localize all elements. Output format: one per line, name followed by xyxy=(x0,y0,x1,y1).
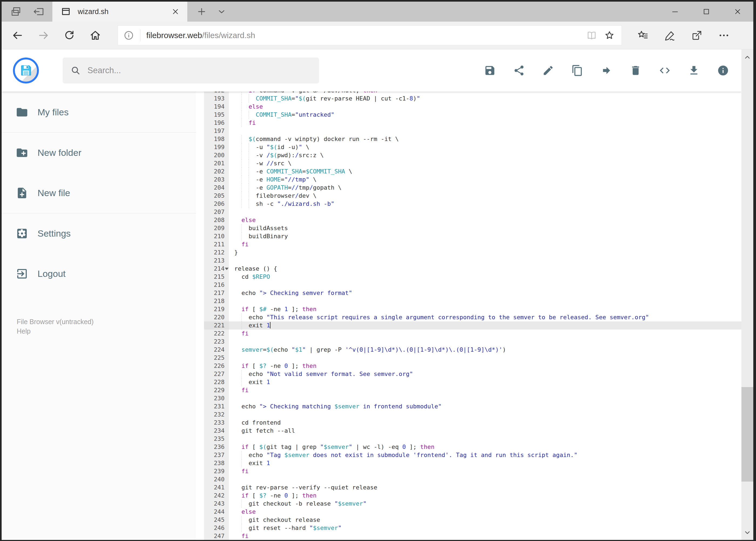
code-line[interactable]: if [ $? -ne 0 ]; then xyxy=(229,362,741,370)
code-line[interactable] xyxy=(229,208,741,216)
new-tab-button[interactable] xyxy=(196,6,207,17)
code-line[interactable] xyxy=(229,354,741,362)
site-info-icon[interactable] xyxy=(124,30,134,41)
code-line[interactable]: if [ $# -ne 1 ]; then xyxy=(229,305,741,313)
code-line[interactable]: echo "> Checking matching $semver in fro… xyxy=(229,402,741,410)
sidebar-item-logout[interactable]: Logout xyxy=(2,254,196,294)
code-line[interactable]: sh -c "./wizard.sh -b" xyxy=(229,200,741,208)
code-line[interactable]: fi xyxy=(229,119,741,127)
code-line[interactable]: else xyxy=(229,216,741,224)
code-line[interactable]: buildBinary xyxy=(229,232,741,241)
more-icon[interactable] xyxy=(718,29,730,41)
code-line[interactable]: COMMIT_SHA="$(git rev-parse HEAD | cut -… xyxy=(229,95,741,103)
code-editor[interactable]: 192 if command -v git &> /dev/null; then… xyxy=(196,92,741,540)
code-line[interactable]: exit 1 xyxy=(229,378,741,386)
favorite-star-icon[interactable] xyxy=(604,30,615,41)
code-view-button[interactable] xyxy=(659,65,671,76)
code-line[interactable]: echo "This release script requires a sin… xyxy=(229,313,741,321)
search-input[interactable] xyxy=(87,65,277,76)
copy-button[interactable] xyxy=(571,65,583,76)
reading-view-icon[interactable] xyxy=(586,30,597,41)
save-button[interactable] xyxy=(484,65,496,76)
delete-button[interactable] xyxy=(630,65,641,76)
sidebar-item-new-folder[interactable]: New folder xyxy=(2,133,196,173)
code-line[interactable]: COMMIT_SHA="untracked" xyxy=(229,111,741,119)
code-line[interactable]: if [ $? -ne 0 ]; then xyxy=(229,492,741,500)
sidebar-item-new-file[interactable]: New file xyxy=(2,173,196,213)
scroll-up-icon[interactable] xyxy=(743,53,752,62)
code-line[interactable]: git reset --hard "$semver" xyxy=(229,524,741,532)
search-bar[interactable] xyxy=(63,58,319,84)
maximize-button[interactable] xyxy=(691,2,722,22)
code-line[interactable] xyxy=(229,435,741,443)
code-line[interactable] xyxy=(229,475,741,483)
code-line[interactable]: cd frontend xyxy=(229,419,741,427)
code-line[interactable]: -e HOME="//tmp" \ xyxy=(229,176,741,184)
code-line[interactable]: git checkout release xyxy=(229,516,741,524)
code-line[interactable]: fi xyxy=(229,386,741,394)
code-line[interactable]: fi xyxy=(229,329,741,337)
code-line[interactable]: fi xyxy=(229,241,741,249)
scroll-down-icon[interactable] xyxy=(743,528,752,537)
favorites-hub-icon[interactable] xyxy=(637,29,649,41)
code-line[interactable]: fi xyxy=(229,532,741,540)
code-line[interactable]: semver=$(echo "$1" | grep -P '^v(0|[1-9]… xyxy=(229,346,741,354)
code-line[interactable]: else xyxy=(229,103,741,111)
edit-button[interactable] xyxy=(542,65,554,76)
url-text[interactable]: filebrowser.web/files/wizard.sh xyxy=(146,31,586,40)
tab-wizard-sh[interactable]: wizard.sh xyxy=(52,2,187,22)
forward-icon[interactable] xyxy=(37,29,50,42)
code-line[interactable]: git checkout -b release "$semver" xyxy=(229,500,741,508)
download-button[interactable] xyxy=(688,65,700,76)
code-line[interactable]: exit 1 xyxy=(229,321,741,329)
filebrowser-logo[interactable] xyxy=(13,58,39,84)
share-icon[interactable] xyxy=(691,29,703,41)
web-note-icon[interactable] xyxy=(664,29,676,41)
code-line[interactable]: if command -v git &> /dev/null; then xyxy=(229,92,741,95)
code-line[interactable]: -v /$(pwd):/src:z \ xyxy=(229,151,741,159)
code-line[interactable] xyxy=(229,297,741,305)
code-line[interactable]: -u "$(id -u)" \ xyxy=(229,143,741,151)
set-tabs-aside-icon[interactable] xyxy=(32,5,45,18)
code-line[interactable]: -e COMMIT_SHA=$COMMIT_SHA \ xyxy=(229,168,741,176)
sidebar-item-my-files[interactable]: My files xyxy=(2,92,196,132)
code-line[interactable] xyxy=(229,127,741,135)
code-line[interactable]: fi xyxy=(229,467,741,475)
code-line[interactable]: echo "> Checking semver format" xyxy=(229,289,741,297)
back-icon[interactable] xyxy=(11,29,24,42)
code-line[interactable]: } xyxy=(229,249,741,257)
code-line[interactable] xyxy=(229,281,741,289)
code-line[interactable]: release () { xyxy=(229,265,741,273)
home-icon[interactable] xyxy=(89,29,102,42)
fold-marker-icon[interactable] xyxy=(225,268,229,270)
code-line[interactable]: echo "Not valid semver format. See semve… xyxy=(229,370,741,378)
code-line[interactable]: else xyxy=(229,508,741,516)
minimize-button[interactable] xyxy=(659,2,691,22)
code-line[interactable] xyxy=(229,337,741,346)
tab-close-icon[interactable] xyxy=(170,7,180,16)
scrollbar-thumb[interactable] xyxy=(741,387,753,482)
code-line[interactable]: -w //src \ xyxy=(229,159,741,168)
info-button[interactable] xyxy=(717,65,729,76)
refresh-icon[interactable] xyxy=(63,29,76,42)
code-line[interactable]: $(command -v winpty) docker run --rm -it… xyxy=(229,135,741,143)
address-bar[interactable]: filebrowser.web/files/wizard.sh xyxy=(118,25,622,45)
code-line[interactable] xyxy=(229,394,741,402)
tab-list-chevron-icon[interactable] xyxy=(216,6,227,17)
help-link[interactable]: Help xyxy=(17,326,196,336)
code-line[interactable] xyxy=(229,410,741,419)
page-scrollbar[interactable] xyxy=(741,49,753,540)
close-button[interactable] xyxy=(722,2,753,22)
code-line[interactable] xyxy=(229,257,741,265)
share-button[interactable] xyxy=(513,65,525,76)
code-line[interactable]: if [ $(git tag | grep "$semver" | wc -l)… xyxy=(229,443,741,451)
code-line[interactable]: git rev-parse --verify --quiet release xyxy=(229,483,741,492)
sidebar-item-settings[interactable]: Settings xyxy=(2,214,196,254)
tab-preview-icon[interactable] xyxy=(10,5,22,18)
code-line[interactable]: echo "Tag $semver does not exist in subm… xyxy=(229,451,741,459)
code-line[interactable]: -e GOPATH=//tmp/gopath \ xyxy=(229,184,741,192)
code-line[interactable]: git fetch --all xyxy=(229,427,741,435)
code-line[interactable]: buildAssets xyxy=(229,224,741,232)
code-line[interactable]: cd $REPO xyxy=(229,273,741,281)
code-line[interactable]: exit 1 xyxy=(229,459,741,467)
